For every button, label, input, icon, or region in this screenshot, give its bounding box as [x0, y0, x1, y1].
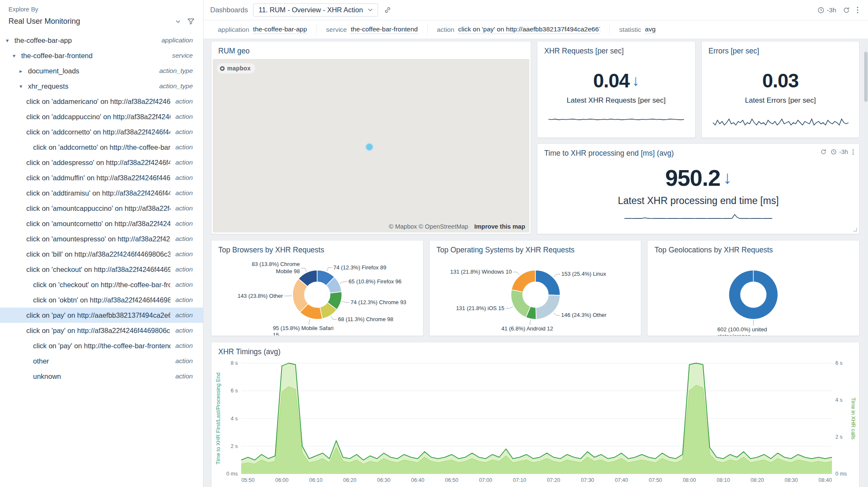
tree-item[interactable]: click on 'amountcornetto' on http://af38…: [0, 216, 203, 231]
svg-text:6 s: 6 s: [231, 388, 238, 394]
tree-item[interactable]: click on 'addcappuccino' on http://af38a…: [0, 109, 203, 124]
svg-text:07:20: 07:20: [547, 477, 560, 483]
tree-item[interactable]: click on 'checkout' on http://the-coffee…: [0, 277, 203, 292]
tree-item-label: click on 'amountespresso' on http://af38…: [26, 235, 170, 243]
map-canvas[interactable]: mapbox © Mapbox © OpenStreetMap Improve …: [213, 59, 529, 232]
tree-item-label: click on 'checkout' on http://the-coffee…: [33, 281, 170, 289]
share-link-icon[interactable]: [384, 6, 391, 14]
tree-item-type: action: [170, 143, 203, 151]
filter-label: action: [437, 26, 454, 34]
donut-slice[interactable]: [536, 295, 560, 319]
tree-item[interactable]: click on 'amountcappuccino' on http://af…: [0, 201, 203, 216]
filter-value[interactable]: the-coffee-bar-app: [253, 25, 307, 34]
refresh-icon[interactable]: [821, 149, 826, 155]
tree-item[interactable]: click on 'addtiramisu' on http://af38a22…: [0, 185, 203, 201]
donut-slice[interactable]: [511, 290, 530, 317]
tree-item[interactable]: unknownaction: [0, 369, 203, 384]
sparkline-canvas: [713, 116, 849, 131]
tree-item-label: click on 'pay' on http://aaefbb382137f49…: [26, 311, 170, 319]
browsers-donut-chart[interactable]: 83 (13.8%) Chrome Mobile 9874 (12.3%) Fi…: [216, 256, 419, 335]
kpi-caption: Latest XHR processing end time [ms]: [618, 195, 779, 207]
filter-label: service: [326, 26, 347, 34]
resize-handle[interactable]: [853, 228, 857, 232]
tree-item[interactable]: click on 'checkout' on http://af38a22f42…: [0, 262, 203, 277]
chevron-down-icon[interactable]: ▾: [19, 83, 28, 90]
filter-label: application: [218, 26, 249, 34]
dashboard-selector[interactable]: 11. RUM - Overview - XHR Action: [253, 3, 378, 17]
svg-text:06:30: 06:30: [377, 477, 390, 483]
scrollbar-thumb[interactable]: [864, 52, 868, 102]
tree-item[interactable]: click on 'pay' on http://the-coffee-bar-…: [0, 338, 203, 353]
filter-funnel-icon[interactable]: [187, 18, 195, 25]
tree-item[interactable]: click on 'pay' on http://aaefbb382137f49…: [0, 308, 203, 323]
filter-value[interactable]: click on 'pay' on http://aaefbb382137f49…: [458, 25, 600, 34]
mapbox-logo[interactable]: mapbox: [217, 63, 255, 73]
chevron-down-icon[interactable]: ▾: [6, 37, 14, 44]
svg-text:08:10: 08:10: [717, 477, 730, 483]
tree-item[interactable]: click on 'addmuffin' on http://af38a22f4…: [0, 170, 203, 185]
donut-slice-label: 146 (24.3%) Other: [561, 312, 606, 319]
chevron-down-icon: [368, 8, 373, 11]
tree-item[interactable]: click on 'bill' on http://af38a22f4246f4…: [0, 246, 203, 262]
time-range-control[interactable]: -3h: [818, 6, 836, 14]
map-data-point[interactable]: [366, 144, 373, 150]
tree-item-type: action: [170, 327, 203, 334]
tree-item-type: action: [170, 98, 203, 105]
svg-text:8 s: 8 s: [231, 360, 238, 366]
tree-item[interactable]: ▾the-coffee-bar-appapplication: [0, 33, 203, 48]
timeseries-canvas[interactable]: 0 ms2 s4 s6 s8 s0 ms2 s4 s6 s05:5006:000…: [214, 359, 857, 486]
tree-item-label: xhr_requests: [28, 82, 154, 90]
improve-map-link[interactable]: Improve this map: [474, 223, 525, 230]
tree-item[interactable]: ▸document_loadsaction_type: [0, 63, 203, 78]
panel-title: Top Operating Systems by XHR Requests: [430, 241, 641, 256]
filter-value[interactable]: the-coffee-bar-frontend: [351, 25, 417, 34]
panel-title: Time to XHR processing end [ms] (avg): [537, 144, 859, 160]
kpi-value: 0.04↓: [593, 69, 639, 92]
tree-item-type: action: [170, 250, 203, 258]
chevron-down-icon[interactable]: [175, 20, 181, 23]
refresh-icon[interactable]: [843, 7, 850, 14]
tree-item[interactable]: otheraction: [0, 353, 203, 369]
tree-item[interactable]: click on 'okbtn' on http://af38a22f4246f…: [0, 292, 203, 308]
explore-type-selector[interactable]: Real User Monitoring: [0, 13, 203, 33]
tree-item-label: click on 'checkout' on http://af38a22f42…: [26, 266, 170, 274]
svg-text:0 ms: 0 ms: [835, 471, 847, 477]
donut-slice-label: 74 (12.3%) Chrome 93: [351, 299, 406, 306]
time-range-control[interactable]: -3h: [831, 148, 848, 155]
tree-item[interactable]: click on 'addcornetto' on http://the-cof…: [0, 140, 203, 155]
tree-item[interactable]: ▾the-coffee-bar-frontendservice: [0, 48, 203, 63]
explore-tree: ▾the-coffee-bar-appapplication▾the-coffe…: [0, 33, 203, 487]
donut-slice[interactable]: [729, 270, 778, 319]
kpi-value: 0.03: [762, 69, 798, 92]
donut-slice[interactable]: [511, 270, 535, 292]
geolocations-donut-chart[interactable]: 602 (100.0%) united states/oregon: [652, 256, 855, 335]
tree-item-type: service: [167, 52, 203, 59]
tree-item-type: action: [170, 281, 203, 288]
svg-text:07:40: 07:40: [615, 477, 628, 483]
tree-item[interactable]: click on 'addcornetto' on http://af38a22…: [0, 124, 203, 140]
tree-item[interactable]: ▾xhr_requestsaction_type: [0, 78, 203, 94]
sparkline: [624, 212, 772, 226]
svg-text:Time in XHR calls: Time in XHR calls: [850, 397, 856, 439]
donut-slice[interactable]: [535, 270, 560, 295]
tree-item[interactable]: click on 'addamericano' on http://af38a2…: [0, 94, 203, 109]
tree-item-type: action: [170, 204, 203, 212]
tree-item-label: click on 'amountcornetto' on http://af38…: [26, 220, 170, 228]
kebab-menu-icon[interactable]: [852, 149, 854, 155]
tree-item[interactable]: click on 'pay' on http://af38a22f4246f44…: [0, 323, 203, 338]
chevron-down-icon[interactable]: ▾: [13, 53, 21, 59]
tree-item[interactable]: click on 'amountespresso' on http://af38…: [0, 231, 203, 246]
filter-value[interactable]: avg: [645, 25, 656, 34]
tree-item[interactable]: click on 'addespresso' on http://af38a22…: [0, 155, 203, 170]
tree-item-type: action: [170, 296, 203, 304]
svg-text:08:30: 08:30: [785, 477, 798, 483]
chevron-right-icon[interactable]: ▸: [19, 68, 28, 74]
timings-chart[interactable]: 0 ms2 s4 s6 s8 s0 ms2 s4 s6 s05:5006:000…: [214, 359, 857, 486]
panel-processing-end: Time to XHR processing end [ms] (avg) -3…: [537, 143, 860, 234]
panel-title: Top Geolocations by XHR Requests: [648, 241, 859, 256]
topbar-controls: -3h: [818, 6, 859, 14]
os-donut-chart[interactable]: 131 (21.8%) Windows 10153 (25.4%) Linux1…: [434, 256, 637, 335]
kebab-menu-icon[interactable]: [857, 6, 859, 14]
dashboard-content: RUM geo mapbox © Mapbox © OpenStreetMap …: [203, 39, 868, 487]
panel-title: Top Browsers by XHR Requests: [211, 241, 423, 256]
